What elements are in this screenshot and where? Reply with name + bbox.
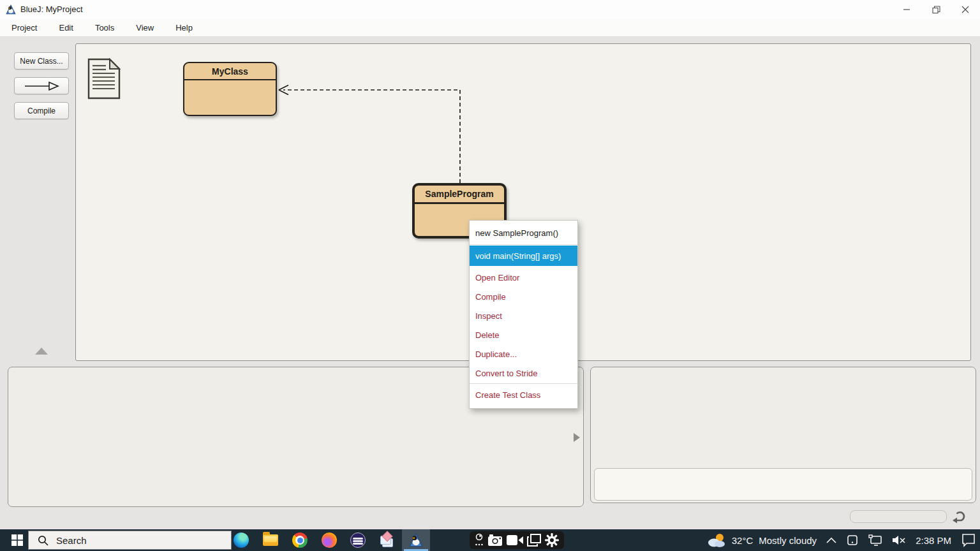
settings-gear-icon[interactable] — [545, 533, 559, 547]
menu-project[interactable]: Project — [11, 23, 37, 33]
window-stack-icon[interactable] — [527, 534, 541, 547]
screen-capture-widget — [470, 531, 564, 549]
uses-arrow-button[interactable] — [14, 77, 69, 94]
file-explorer-icon — [263, 534, 278, 546]
eclipse-icon — [350, 533, 366, 548]
activity-indicator-bar — [850, 510, 947, 523]
taskbar-app-file-explorer[interactable] — [256, 529, 285, 551]
start-button[interactable] — [6, 529, 28, 551]
menu-separator — [470, 244, 577, 245]
restore-button[interactable] — [921, 0, 951, 19]
bluej-app-icon — [5, 4, 17, 15]
collapse-diagram-toggle[interactable] — [35, 348, 48, 355]
window-title: BlueJ: MyProject — [20, 4, 83, 14]
camera-icon[interactable] — [487, 534, 503, 547]
taskbar-app-firefox[interactable] — [315, 529, 343, 551]
class-name-label: SampleProgram — [415, 186, 504, 204]
capture-menu-icon[interactable] — [475, 533, 484, 547]
windows-logo-icon — [11, 534, 23, 546]
menu-item-delete[interactable]: Delete — [470, 325, 577, 344]
volume-muted-icon[interactable] — [892, 534, 906, 546]
weather-condition: Mostly cloudy — [759, 535, 817, 546]
edge-icon — [234, 533, 249, 548]
uml-tool-icon — [380, 533, 395, 548]
taskbar-clock[interactable]: 2:38 PM — [916, 535, 951, 546]
search-icon — [38, 535, 48, 546]
menu-item-constructor[interactable]: new SampleProgram() — [470, 223, 577, 244]
menu-item-duplicate[interactable]: Duplicate... — [470, 344, 577, 364]
class-box-myclass[interactable]: MyClass — [183, 62, 277, 116]
taskbar-app-eclipse[interactable] — [344, 529, 372, 551]
menu-item-convert-to-stride[interactable]: Convert to Stride — [470, 364, 577, 383]
menu-tools[interactable]: Tools — [95, 23, 114, 33]
project-note-icon[interactable] — [87, 58, 121, 100]
taskbar-app-uml-tool[interactable] — [373, 529, 401, 551]
menu-item-open-editor[interactable]: Open Editor — [470, 268, 577, 287]
bluej-icon — [408, 532, 424, 548]
minimize-button[interactable] — [892, 0, 921, 19]
class-context-menu: new SampleProgram() void main(String[] a… — [469, 220, 578, 409]
menu-edit[interactable]: Edit — [59, 23, 73, 33]
video-recorder-icon[interactable] — [507, 534, 523, 546]
menu-help[interactable]: Help — [175, 23, 193, 33]
uses-arrow-icon — [24, 81, 59, 91]
codepad-panel — [590, 367, 976, 503]
menu-item-void-main[interactable]: void main(String[] args) — [470, 246, 577, 266]
firefox-icon — [322, 533, 337, 548]
new-class-button[interactable]: New Class... — [14, 52, 69, 70]
search-input[interactable] — [56, 535, 197, 546]
tray-chevron-up-icon[interactable] — [826, 537, 836, 543]
title-bar: BlueJ: MyProject — [0, 0, 980, 19]
menu-bar: Project Edit Tools View Help — [0, 19, 980, 37]
menu-item-inspect[interactable]: Inspect — [470, 306, 577, 325]
reset-vm-button[interactable] — [950, 508, 968, 526]
taskbar-app-bluej[interactable] — [402, 529, 430, 551]
codepad-input-area[interactable] — [594, 468, 972, 501]
taskbar-app-edge[interactable] — [227, 529, 255, 551]
tablet-mode-icon[interactable] — [846, 534, 859, 547]
compile-button[interactable]: Compile — [14, 102, 69, 119]
menu-view[interactable]: View — [136, 23, 154, 33]
weather-temperature: 32°C — [732, 535, 754, 546]
taskbar-weather[interactable]: 32°C Mostly cloudy — [707, 533, 817, 548]
menu-item-create-test-class[interactable]: Create Test Class — [470, 385, 577, 406]
menu-separator — [470, 383, 577, 384]
chrome-icon — [292, 533, 308, 548]
network-display-icon[interactable] — [868, 534, 882, 546]
menu-item-compile[interactable]: Compile — [470, 287, 577, 306]
codepad-splitter-arrow[interactable] — [574, 433, 580, 442]
taskbar-app-chrome[interactable] — [286, 529, 314, 551]
close-button[interactable] — [951, 0, 980, 19]
weather-cloud-sun-icon — [707, 533, 726, 548]
taskbar-search-box[interactable] — [28, 531, 232, 550]
system-tray: 32°C Mostly cloudy 2:38 PM — [707, 529, 976, 551]
class-name-label: MyClass — [184, 63, 276, 80]
notification-center-icon[interactable] — [961, 533, 976, 547]
